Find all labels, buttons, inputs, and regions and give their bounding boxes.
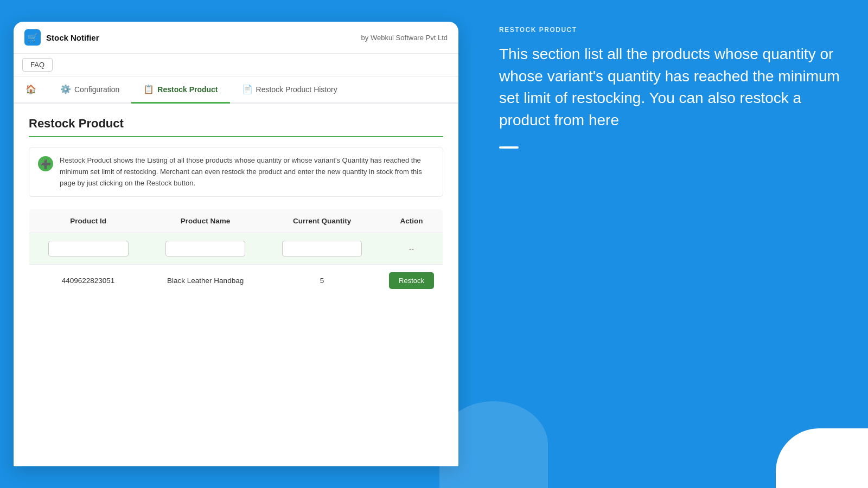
cell-product-id: 4409622823051 <box>29 265 148 297</box>
tab-configuration-label: Configuration <box>74 85 119 94</box>
section-label: RESTOCK PRODUCT <box>499 26 841 34</box>
faq-button[interactable]: FAQ <box>22 58 53 72</box>
section-description: This section list all the products whose… <box>499 43 841 131</box>
history-icon: 📄 <box>242 84 253 94</box>
tab-configuration[interactable]: ⚙️ Configuration <box>48 76 131 104</box>
right-panel: RESTOCK PRODUCT This section list all th… <box>472 0 868 488</box>
product-table: Product Id Product Name Current Quantity… <box>29 209 443 297</box>
restock-button[interactable]: Restock <box>389 272 434 289</box>
col-action: Action <box>380 209 443 233</box>
info-text: Restock Product shows the Listing of all… <box>60 155 434 189</box>
filter-qty-input[interactable] <box>282 241 361 256</box>
col-product-name: Product Name <box>147 209 264 233</box>
col-product-id: Product Id <box>29 209 148 233</box>
page-content: Restock Product ➕ Restock Product shows … <box>14 104 458 310</box>
col-current-qty: Current Quantity <box>264 209 380 233</box>
app-subtitle: by Webkul Software Pvt Ltd <box>361 34 448 42</box>
app-header-left: 🛒 Stock Notifier <box>24 29 99 46</box>
decorative-arc <box>776 428 868 488</box>
nav-tabs: 🏠 ⚙️ Configuration 📋 Restock Product 📄 R… <box>14 76 458 104</box>
filter-name-cell <box>147 233 264 265</box>
home-icon: 🏠 <box>25 84 36 94</box>
restock-icon: 📋 <box>143 84 154 94</box>
app-header: 🛒 Stock Notifier by Webkul Software Pvt … <box>14 22 458 54</box>
table-header-row: Product Id Product Name Current Quantity… <box>29 209 443 233</box>
filter-qty-cell <box>264 233 380 265</box>
left-panel: 🛒 Stock Notifier by Webkul Software Pvt … <box>0 0 472 488</box>
app-icon: 🛒 <box>24 29 41 46</box>
filter-name-input[interactable] <box>165 241 245 256</box>
cell-current-qty: 5 <box>264 265 380 297</box>
filter-action-cell: -- <box>380 233 443 265</box>
page-title: Restock Product <box>29 117 443 137</box>
cell-action: Restock <box>380 265 443 297</box>
tab-history-label: Restock Product History <box>256 85 337 94</box>
table-row: 4409622823051 Black Leather Handbag 5 Re… <box>29 265 443 297</box>
filter-id-input[interactable] <box>48 241 129 256</box>
tab-restock-history[interactable]: 📄 Restock Product History <box>230 76 349 104</box>
info-box: ➕ Restock Product shows the Listing of a… <box>29 147 443 197</box>
info-icon: ➕ <box>38 156 53 171</box>
table-filter-row: -- <box>29 233 443 265</box>
cell-product-name: Black Leather Handbag <box>147 265 264 297</box>
faq-bar: FAQ <box>14 54 458 76</box>
divider-line <box>499 146 519 149</box>
tab-restock-label: Restock Product <box>157 85 218 94</box>
app-title: Stock Notifier <box>46 33 99 42</box>
tab-home[interactable]: 🏠 <box>14 76 48 104</box>
tab-restock-product[interactable]: 📋 Restock Product <box>131 76 229 104</box>
app-card: 🛒 Stock Notifier by Webkul Software Pvt … <box>14 22 458 466</box>
config-icon: ⚙️ <box>60 84 71 94</box>
filter-id-cell <box>29 233 148 265</box>
